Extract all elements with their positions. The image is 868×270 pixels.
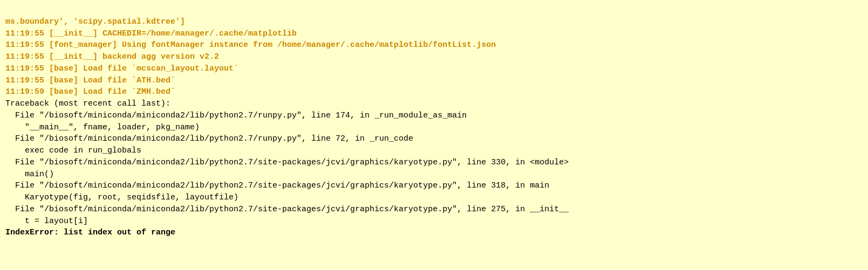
terminal-line: File "/biosoft/miniconda/miniconda2/lib/…: [5, 110, 863, 122]
terminal-line: 11:19:59 [base] Load file `ZMH.bed`: [5, 86, 863, 98]
terminal-line: Karyotype(fig, root, seqidsfile, layoutf…: [5, 192, 863, 204]
terminal-line: 11:19:55 [__init__] CACHEDIR=/home/manag…: [5, 28, 863, 40]
terminal-line: "__main__", fname, loader, pkg_name): [5, 122, 863, 134]
terminal-line: File "/biosoft/miniconda/miniconda2/lib/…: [5, 204, 863, 216]
terminal-line: 11:19:55 [font_manager] Using fontManage…: [5, 39, 863, 51]
terminal-line: main(): [5, 169, 863, 181]
terminal-line: ms.boundary', 'scipy.spatial.kdtree']: [5, 16, 863, 28]
terminal-line: File "/biosoft/miniconda/miniconda2/lib/…: [5, 180, 863, 192]
terminal-line: 11:19:55 [base] Load file `mcscan_layout…: [5, 63, 863, 75]
terminal-line: 11:19:55 [base] Load file `ATH.bed`: [5, 75, 863, 87]
terminal-output: ms.boundary', 'scipy.spatial.kdtree']11:…: [5, 4, 863, 239]
terminal-line: IndexError: list index out of range: [5, 227, 863, 239]
terminal-line: t = layout[i]: [5, 216, 863, 227]
terminal-line: File "/biosoft/miniconda/miniconda2/lib/…: [5, 133, 863, 145]
terminal-line: exec code in run_globals: [5, 145, 863, 157]
terminal-line: 11:19:55 [__init__] backend agg version …: [5, 51, 863, 63]
terminal-line: File "/biosoft/miniconda/miniconda2/lib/…: [5, 157, 863, 169]
terminal-line: Traceback (most recent call last):: [5, 98, 863, 110]
